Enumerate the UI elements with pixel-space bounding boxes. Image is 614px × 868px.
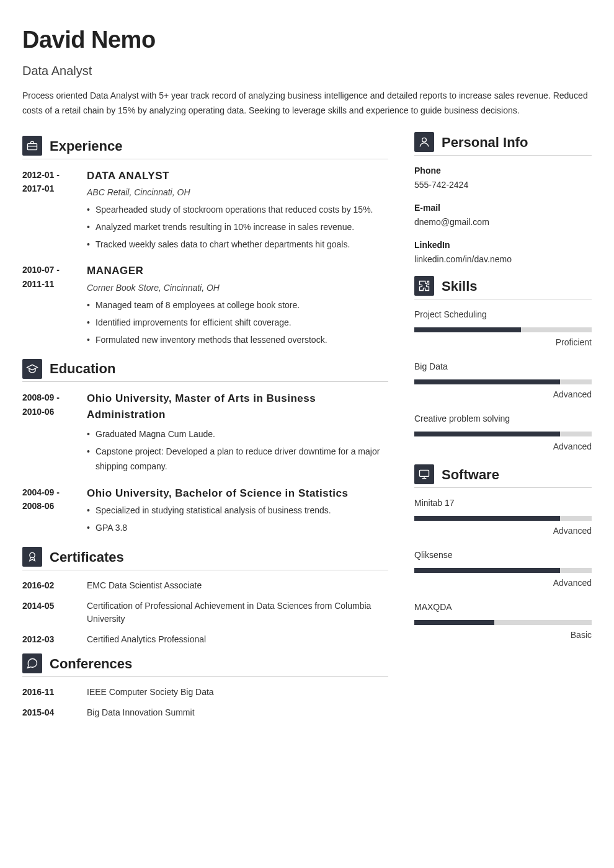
entry-dates: 2008-09 - 2010-06 [22,391,76,476]
software-name: MAXQDA [414,601,592,614]
software-bar [414,620,592,625]
software-level-label: Advanced [414,577,592,590]
entry-bullet: Identified improvements for efficient sh… [87,316,388,330]
skill-name: Creative problem solving [414,412,592,425]
skill-bar [414,327,592,332]
entry-org: Corner Book Store, Cincinnati, OH [87,281,388,294]
certificate-entry: 2014-05 Certification of Professional Ac… [22,600,388,626]
skill-item: Project Scheduling Proficient [414,308,592,349]
job-title: Data Analyst [22,61,592,80]
person-icon [414,132,434,152]
conference-entry: 2016-11 IEEE Computer Society Big Data [22,686,388,699]
section-header-skills: Skills [414,276,592,299]
personal-phone: Phone 555-742-2424 [414,164,592,192]
experience-entry: 2010-07 - 2011-11 MANAGER Corner Book St… [22,263,388,350]
section-title: Software [442,464,499,485]
entry-bullet: Capstone project: Developed a plan to re… [87,445,388,474]
entry-role: Ohio University, Bachelor of Science in … [87,485,388,502]
entry-dates: 2004-09 - 2008-06 [22,485,76,538]
section-title: Certificates [50,547,124,567]
svg-rect-3 [420,470,429,476]
experience-entry: 2012-01 - 2017-01 DATA ANALYST ABC Retai… [22,168,388,255]
person-name: David Nemo [22,22,592,58]
software-level-label: Basic [414,629,592,642]
software-name: Qliksense [414,549,592,562]
entry-text: Certified Analytics Professional [87,633,388,646]
main-column: Experience 2012-01 - 2017-01 DATA ANALYS… [22,132,388,727]
puzzle-icon [414,276,434,296]
skill-bar [414,432,592,436]
speech-bubble-icon [22,653,42,673]
info-label: LinkedIn [414,239,592,252]
section-title: Experience [50,136,122,156]
info-label: Phone [414,164,592,177]
section-title: Personal Info [442,132,528,153]
section-header-education: Education [22,358,388,382]
svg-point-1 [30,553,35,558]
info-value: dnemo@gmail.com [414,216,592,229]
skill-item: Big Data Advanced [414,360,592,401]
software-bar [414,516,592,521]
graduation-cap-icon [22,359,42,379]
software-item: MAXQDA Basic [414,601,592,642]
entry-dates: 2014-05 [22,600,76,626]
entry-org: ABC Retail, Cincinnati, OH [87,186,388,199]
entry-dates: 2015-04 [22,706,76,719]
software-item: Minitab 17 Advanced [414,497,592,538]
entry-bullet: Specialized in studying statistical anal… [87,503,388,518]
section-title: Conferences [50,653,132,674]
education-entry: 2004-09 - 2008-06 Ohio University, Bache… [22,485,388,538]
entry-text: Big Data Innovation Summit [87,706,388,719]
entry-text: EMC Data Scientist Associate [87,579,388,592]
entry-role: DATA ANALYST [87,168,388,184]
entry-bullet: Analyzed market trends resulting in 10% … [87,220,388,235]
side-column: Personal Info Phone 555-742-2424 E-mail … [414,132,592,727]
certificate-entry: 2012-03 Certified Analytics Professional [22,633,388,646]
entry-role: Ohio University, Master of Arts in Busin… [87,391,388,422]
svg-rect-0 [28,144,37,150]
entry-bullet: Formulated new inventory methods that le… [87,333,388,348]
certificate-entry: 2016-02 EMC Data Scientist Associate [22,579,388,592]
education-entry: 2008-09 - 2010-06 Ohio University, Maste… [22,391,388,476]
skill-level-label: Proficient [414,336,592,349]
software-item: Qliksense Advanced [414,549,592,590]
section-header-certificates: Certificates [22,547,388,570]
skill-bar [414,379,592,384]
entry-bullet: Graduated Magna Cum Laude. [87,427,388,442]
skill-level-label: Advanced [414,388,592,401]
entry-role: MANAGER [87,263,388,279]
software-level-label: Advanced [414,525,592,538]
entry-dates: 2012-01 - 2017-01 [22,168,76,255]
entry-dates: 2010-07 - 2011-11 [22,263,76,350]
section-title: Skills [442,276,477,296]
personal-email: E-mail dnemo@gmail.com [414,202,592,229]
section-header-conferences: Conferences [22,653,388,677]
monitor-icon [414,464,434,484]
skill-name: Project Scheduling [414,308,592,321]
section-title: Education [50,358,115,379]
section-header-experience: Experience [22,136,388,159]
personal-linkedin: LinkedIn linkedin.com/in/dav.nemo [414,239,592,266]
info-value: 555-742-2424 [414,179,592,192]
entry-bullet: Spearheaded study of stockroom operation… [87,203,388,218]
entry-dates: 2016-02 [22,579,76,592]
skill-item: Creative problem solving Advanced [414,412,592,453]
skill-name: Big Data [414,360,592,373]
certificate-icon [22,547,42,567]
svg-point-2 [422,138,427,142]
section-header-software: Software [414,464,592,488]
entry-dates: 2012-03 [22,633,76,646]
entry-bullet: GPA 3.8 [87,521,388,536]
info-label: E-mail [414,202,592,215]
entry-bullet: Managed team of 8 employees at college b… [87,298,388,313]
entry-bullet: Tracked weekly sales data to chart wheth… [87,237,388,252]
entry-text: IEEE Computer Society Big Data [87,686,388,699]
conference-entry: 2015-04 Big Data Innovation Summit [22,706,388,719]
briefcase-icon [22,136,42,156]
summary-text: Process oriented Data Analyst with 5+ ye… [22,89,592,118]
entry-text: Certification of Professional Achievemen… [87,600,388,626]
software-name: Minitab 17 [414,497,592,510]
section-header-personal-info: Personal Info [414,132,592,156]
info-value: linkedin.com/in/dav.nemo [414,253,592,266]
software-bar [414,568,592,573]
